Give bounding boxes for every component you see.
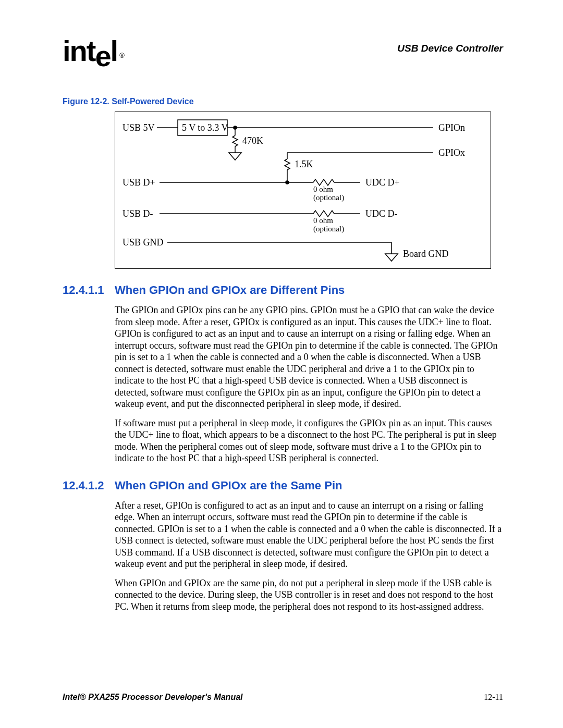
label-board-gnd: Board GND [403, 249, 449, 260]
label-1-5k: 1.5K [295, 159, 313, 170]
paragraph: After a reset, GPIOn is configured to ac… [115, 500, 503, 570]
label-0ohm-2: 0 ohm [313, 216, 333, 225]
page: intel® USB Device Controller Figure 12-2… [0, 0, 563, 728]
subsection-heading: 12.4.1.2 When GPIOn and GPIOx are the Sa… [63, 479, 503, 492]
figure-self-powered-device: USB 5V 5 V to 3.3 V 470K 1.5K USB D+ USB… [115, 112, 491, 269]
label-0ohm-1: 0 ohm [313, 185, 333, 194]
subsection-heading: 12.4.1.1 When GPIOn and GPIOx are Differ… [63, 283, 503, 297]
page-footer: Intel® PXA255 Processor Developer's Manu… [63, 693, 503, 702]
label-gpiox: GPIOx [438, 147, 465, 158]
label-optional-1: (optional) [313, 193, 344, 202]
label-usb-dp: USB D+ [123, 177, 155, 188]
schematic-diagram [115, 112, 491, 268]
label-usb-dm: USB D- [123, 208, 153, 219]
label-regulator: 5 V to 3.3 V [182, 122, 228, 133]
intel-logo: intel® [63, 36, 124, 66]
section-number: 12.4.1.2 [63, 479, 115, 492]
figure-caption: Figure 12-2. Self-Powered Device [63, 97, 503, 106]
label-usb-gnd: USB GND [123, 237, 164, 248]
label-udc-dp: UDC D+ [365, 177, 400, 188]
footer-manual-title: Intel® PXA255 Processor Developer's Manu… [63, 693, 243, 702]
paragraph: If software must put a peripheral in sle… [115, 417, 503, 464]
chapter-title: USB Device Controller [397, 43, 503, 54]
label-470k: 470K [242, 135, 263, 146]
paragraph: The GPIOn and GPIOx pins can be any GPIO… [115, 304, 503, 410]
section-title: When GPIOn and GPIOx are the Same Pin [115, 479, 342, 492]
label-gpion: GPIOn [438, 122, 465, 133]
section-number: 12.4.1.1 [63, 283, 115, 297]
registered-mark: ® [119, 52, 124, 59]
paragraph: When GPIOn and GPIOx are the same pin, d… [115, 577, 503, 613]
label-optional-2: (optional) [313, 225, 344, 233]
footer-page-number: 12-11 [484, 693, 503, 702]
label-udc-dm: UDC D- [365, 208, 398, 219]
section-title: When GPIOn and GPIOx are Different Pins [115, 283, 345, 297]
label-usb-5v: USB 5V [123, 122, 155, 133]
page-header: intel® USB Device Controller [63, 36, 503, 66]
